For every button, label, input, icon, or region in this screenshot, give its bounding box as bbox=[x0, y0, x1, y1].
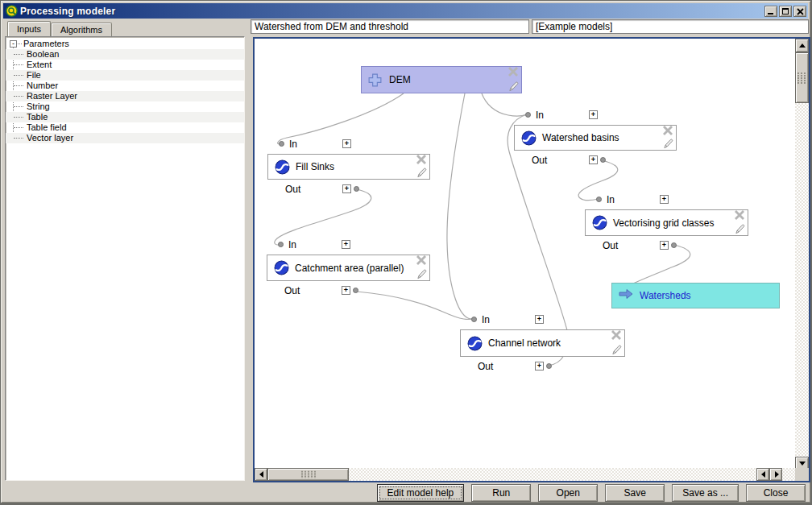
inputs-tree-panel: -Parameters BooleanExtentFileNumberRaste… bbox=[5, 36, 245, 481]
panel-tabs: InputsAlgorithms bbox=[7, 21, 112, 36]
edit-node-icon[interactable] bbox=[611, 345, 622, 356]
expand-plus-icon[interactable]: + bbox=[535, 315, 544, 324]
edit-node-icon[interactable] bbox=[416, 168, 427, 179]
tree-branch-line bbox=[18, 43, 22, 44]
model-node-watersheds[interactable]: Watersheds bbox=[611, 283, 780, 308]
edit-node-icon[interactable] bbox=[662, 139, 673, 150]
expand-plus-icon[interactable]: + bbox=[660, 195, 669, 204]
tree-item-extent[interactable]: Extent bbox=[6, 60, 244, 70]
node-box[interactable]: Watersheds bbox=[611, 283, 780, 308]
tree-item-file[interactable]: File bbox=[6, 70, 244, 81]
delete-node-icon[interactable] bbox=[662, 126, 673, 137]
node-box[interactable]: Fill Sinks bbox=[267, 154, 430, 180]
node-box[interactable]: Catchment area (parallel) bbox=[267, 255, 430, 281]
button-edit-model-help[interactable]: Edit model help bbox=[377, 484, 465, 502]
delete-node-icon[interactable] bbox=[508, 67, 519, 78]
out-port-label: Out bbox=[532, 155, 547, 166]
horizontal-scroll-thumb[interactable] bbox=[267, 468, 349, 481]
model-name-input[interactable] bbox=[251, 19, 529, 34]
expand-plus-icon[interactable]: + bbox=[660, 241, 669, 250]
model-node-channel-network[interactable]: In+Channel networkOut+ bbox=[460, 329, 625, 357]
vertical-scrollbar[interactable] bbox=[795, 39, 809, 470]
model-node-fill-sinks[interactable]: In+Fill SinksOut+ bbox=[267, 154, 430, 180]
saga-algorithm-icon bbox=[521, 130, 536, 146]
button-save[interactable]: Save bbox=[605, 484, 665, 502]
arrow-down-icon bbox=[799, 462, 806, 466]
window-title: Processing modeler bbox=[20, 6, 764, 17]
catchment-area-parallel-in-port-row: In+ bbox=[267, 239, 430, 250]
tree-item-label: Table bbox=[27, 112, 48, 122]
tree-item-table-field[interactable]: Table field bbox=[6, 122, 244, 133]
button-run[interactable]: Run bbox=[471, 484, 531, 502]
tree-root-parameters[interactable]: -Parameters bbox=[6, 39, 244, 49]
edit-node-icon[interactable] bbox=[508, 81, 519, 93]
button-save-as[interactable]: Save as ... bbox=[672, 484, 739, 502]
tab-algorithms[interactable]: Algorithms bbox=[51, 23, 112, 36]
in-port-label: In bbox=[482, 314, 490, 325]
scroll-right-button[interactable] bbox=[769, 468, 782, 481]
tree-item-string[interactable]: String bbox=[6, 101, 244, 112]
connector-dot bbox=[353, 288, 358, 293]
saga-algorithm-icon bbox=[592, 215, 607, 230]
scroll-up-button[interactable] bbox=[795, 39, 809, 52]
expand-plus-icon[interactable]: + bbox=[589, 110, 598, 119]
edit-node-icon[interactable] bbox=[734, 224, 745, 235]
tree-item-number[interactable]: Number bbox=[6, 81, 244, 91]
tree-item-label: Table field bbox=[27, 122, 67, 132]
tree-item-label: File bbox=[27, 70, 41, 80]
button-close[interactable]: Close bbox=[746, 484, 806, 502]
delete-node-icon[interactable] bbox=[611, 330, 622, 341]
connector-dot bbox=[525, 112, 531, 118]
scroll-left-button-2[interactable] bbox=[756, 468, 769, 481]
tree-item-vector-layer[interactable]: Vector layer bbox=[6, 133, 244, 143]
saga-algorithm-icon bbox=[275, 159, 290, 175]
delete-node-icon[interactable] bbox=[416, 255, 427, 267]
node-box[interactable]: Channel network bbox=[460, 329, 625, 357]
node-box[interactable]: Watershed basins bbox=[514, 125, 677, 151]
vertical-scroll-thumb[interactable] bbox=[795, 52, 809, 103]
out-port-label: Out bbox=[603, 240, 618, 251]
model-node-vectorising-grid-classes[interactable]: In+Vectorising grid classesOut+ bbox=[585, 209, 748, 236]
title-bar[interactable]: Processing modeler bbox=[3, 3, 808, 19]
minimize-button[interactable] bbox=[764, 6, 777, 17]
fill-sinks-out-port-row: Out+ bbox=[267, 184, 430, 195]
delete-node-icon[interactable] bbox=[734, 210, 745, 221]
vectorising-grid-classes-out-port-row: Out+ bbox=[585, 240, 748, 251]
node-label: Catchment area (parallel) bbox=[295, 263, 404, 274]
dialog-button-row: Edit model helpRunOpenSaveSave as ...Clo… bbox=[377, 484, 806, 502]
in-port-label: In bbox=[607, 194, 615, 205]
node-box[interactable]: Vectorising grid classes bbox=[585, 209, 748, 236]
expand-plus-icon[interactable]: + bbox=[589, 155, 598, 164]
model-node-watershed-basins[interactable]: In+Watershed basinsOut+ bbox=[514, 125, 677, 151]
expand-plus-icon[interactable]: + bbox=[342, 240, 350, 249]
model-node-dem[interactable]: DEM bbox=[361, 66, 522, 93]
expand-plus-icon[interactable]: + bbox=[342, 286, 350, 295]
arrow-left-icon bbox=[761, 471, 765, 478]
model-group-input[interactable] bbox=[532, 19, 809, 34]
channel-network-out-port-row: Out+ bbox=[460, 361, 625, 372]
tree-item-raster-layer[interactable]: Raster Layer bbox=[6, 91, 244, 101]
node-label: Channel network bbox=[488, 337, 561, 349]
edit-node-icon[interactable] bbox=[416, 269, 427, 280]
add-input-icon bbox=[368, 72, 383, 88]
connection-channel-network-out-to-watershed-basins-in bbox=[508, 114, 568, 366]
scroll-left-button[interactable] bbox=[255, 468, 267, 481]
model-node-catchment-area-parallel[interactable]: In+Catchment area (parallel)Out+ bbox=[267, 255, 430, 281]
expand-plus-icon[interactable]: + bbox=[342, 139, 351, 148]
node-box[interactable]: DEM bbox=[361, 66, 522, 93]
model-canvas[interactable]: DEMIn+Fill SinksOut+In+Watershed basinsO… bbox=[255, 39, 795, 470]
maximize-button[interactable] bbox=[779, 6, 792, 17]
tree-item-boolean[interactable]: Boolean bbox=[6, 49, 244, 60]
expand-plus-icon[interactable]: + bbox=[535, 362, 544, 370]
expand-plus-icon[interactable]: + bbox=[342, 184, 351, 193]
node-label: Watershed basins bbox=[542, 132, 619, 143]
vertical-scroll-track[interactable] bbox=[795, 39, 809, 470]
horizontal-scrollbar[interactable] bbox=[255, 468, 795, 481]
node-label: DEM bbox=[389, 74, 411, 85]
button-open[interactable]: Open bbox=[538, 484, 598, 502]
tree-item-table[interactable]: Table bbox=[6, 112, 244, 122]
close-button[interactable] bbox=[793, 6, 806, 17]
delete-node-icon[interactable] bbox=[416, 155, 427, 166]
tab-inputs[interactable]: Inputs bbox=[7, 21, 51, 36]
thumb-grip bbox=[301, 471, 316, 478]
